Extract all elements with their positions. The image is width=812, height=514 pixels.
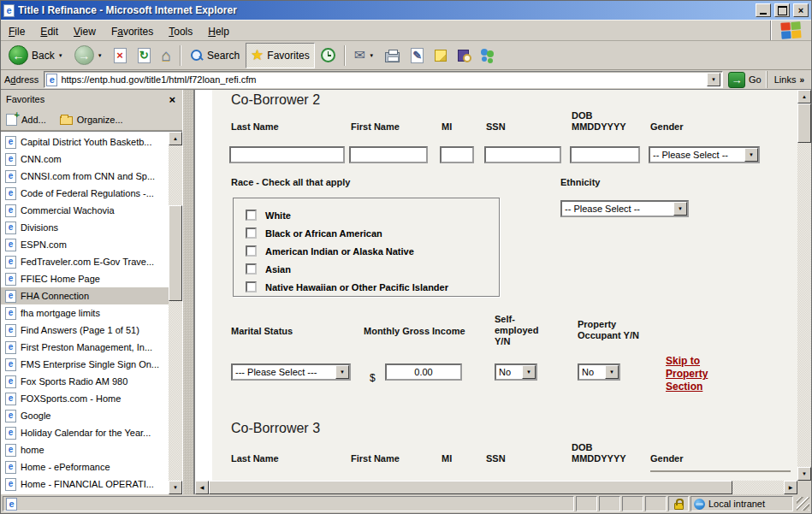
favorite-item[interactable]: e FedTraveler.com E-Gov Trave... <box>1 253 169 270</box>
add-favorite-button[interactable]: Add... <box>6 114 46 126</box>
favorite-item[interactable]: e FMS Enterprise Single Sign On... <box>1 356 169 373</box>
favorite-item[interactable]: e CNN.com <box>1 151 169 168</box>
forward-dropdown-icon[interactable]: ▼ <box>98 53 103 58</box>
forward-button[interactable]: → ▼ <box>69 43 108 68</box>
ethnicity-select-arrow-icon[interactable]: ▼ <box>673 202 687 216</box>
sidebar-splitter[interactable] <box>182 90 194 494</box>
go-button[interactable]: → Go <box>728 72 762 88</box>
favorites-scroll-thumb[interactable] <box>169 205 182 301</box>
research-button[interactable] <box>453 43 474 68</box>
ethnicity-select[interactable]: -- Please Select -- ▼ <box>560 200 689 217</box>
favorite-item[interactable]: e Divisions <box>1 219 169 236</box>
race-checkbox[interactable] <box>246 227 257 239</box>
self-employed-select-arrow-icon[interactable]: ▼ <box>522 365 536 379</box>
edit-button[interactable]: ✎ <box>406 43 429 68</box>
content-vscroll-thumb[interactable] <box>797 103 811 143</box>
dob-input[interactable] <box>570 146 640 163</box>
gender-select-arrow-icon[interactable]: ▼ <box>744 148 758 162</box>
back-dropdown-icon[interactable]: ▼ <box>58 53 63 58</box>
menu-item[interactable]: Favorites <box>104 21 161 40</box>
content-scroll-up-icon[interactable]: ▲ <box>797 90 811 103</box>
marital-select-arrow-icon[interactable]: ▼ <box>335 365 349 379</box>
favorite-item[interactable]: e ESPN.com <box>1 236 169 253</box>
messenger-button[interactable] <box>475 43 501 68</box>
property-occupant-select[interactable]: No ▼ <box>578 363 620 381</box>
favorite-label: Holiday Calendar for the Year... <box>21 428 151 438</box>
favorite-item[interactable]: e Capital District Youth Basketb... <box>1 133 169 151</box>
discuss-button[interactable] <box>430 43 452 68</box>
race-checkbox[interactable] <box>246 263 257 275</box>
favorite-item[interactable]: e Google <box>1 407 169 424</box>
favorite-item[interactable]: e Fox Sports Radio AM 980 <box>1 373 169 390</box>
menu-item[interactable]: View <box>66 21 104 40</box>
favorite-item[interactable]: e First Preston Management, In... <box>1 339 169 356</box>
favorite-item[interactable]: e Commercial Wachovia <box>1 202 169 219</box>
history-button[interactable] <box>316 43 341 68</box>
favorite-item[interactable]: e fha mortgage limits <box>1 304 169 322</box>
last-name-input[interactable] <box>229 146 345 163</box>
favorite-item[interactable]: e FFIEC Home Page <box>1 270 169 287</box>
favorites-scrollbar[interactable]: ▲ ▼ <box>169 132 182 494</box>
favorite-item[interactable]: e CNNSI.com from CNN and Sp... <box>1 168 169 185</box>
self-employed-select[interactable]: No ▼ <box>495 363 537 381</box>
stop-button[interactable]: × <box>109 43 132 68</box>
home-button[interactable]: ⌂ <box>157 43 176 68</box>
monthly-income-input[interactable] <box>385 363 462 381</box>
ssn-input[interactable] <box>484 146 561 163</box>
marital-status-select-value: --- Please Select --- <box>233 367 335 377</box>
property-occupant-select-arrow-icon[interactable]: ▼ <box>605 365 619 379</box>
security-zone-pane: Local intranet <box>690 496 793 511</box>
mi-input[interactable] <box>440 146 474 163</box>
favorite-item[interactable]: e FOXSports.com - Home <box>1 390 169 407</box>
print-button[interactable] <box>380 43 405 68</box>
address-input[interactable]: e https://entp.hud.gov/title1/html/f72lo… <box>44 71 723 88</box>
favorite-item[interactable]: e Home - ePeformance <box>1 458 169 476</box>
security-lock-pane[interactable] <box>668 496 689 511</box>
address-dropdown-icon[interactable]: ▼ <box>707 73 720 86</box>
content-scroll-right-icon[interactable]: ▶ <box>784 481 797 494</box>
favorite-item[interactable]: e Code of Federal Regulations -... <box>1 185 169 202</box>
refresh-button[interactable]: ↻ <box>133 43 156 68</box>
content-scroll-down-icon[interactable]: ▼ <box>797 467 811 481</box>
gender-select[interactable]: -- Please Select -- ▼ <box>649 146 760 163</box>
favorites-close-icon[interactable]: × <box>167 94 177 105</box>
go-label: Go <box>749 74 762 85</box>
race-checkbox[interactable] <box>246 281 257 292</box>
content-hscroll-thumb[interactable] <box>209 481 732 494</box>
favorite-page-icon: e <box>5 341 16 354</box>
menu-item[interactable]: Tools <box>161 21 200 40</box>
menu-item[interactable]: Help <box>200 21 237 40</box>
links-bar[interactable]: Links » <box>767 71 808 88</box>
marital-status-select[interactable]: --- Please Select --- ▼ <box>231 363 351 381</box>
menu-item[interactable]: Edit <box>33 21 66 40</box>
search-button[interactable]: Search <box>185 43 245 68</box>
resize-grip[interactable] <box>797 497 809 511</box>
favorites-scroll-up-icon[interactable]: ▲ <box>169 132 182 145</box>
content-vertical-scrollbar[interactable]: ▲ ▼ <box>797 90 811 481</box>
mail-dropdown-icon[interactable]: ▼ <box>369 53 374 58</box>
content-horizontal-scrollbar[interactable]: ◀ ▶ <box>195 481 797 494</box>
race-checkbox[interactable] <box>246 245 257 257</box>
favorite-label: First Preston Management, In... <box>21 342 152 352</box>
menu-item[interactable]: File <box>1 21 33 40</box>
favorite-item[interactable]: e Find Answers (Page 1 of 51) <box>1 322 169 339</box>
favorites-button[interactable]: ★ Favorites <box>246 43 315 68</box>
maximize-button[interactable] <box>774 3 790 17</box>
favorite-item[interactable]: e home <box>1 441 169 458</box>
mail-button[interactable]: ✉ ▼ <box>349 43 379 68</box>
first-name-input[interactable] <box>349 146 428 163</box>
race-checkbox[interactable] <box>246 210 257 221</box>
favorite-item[interactable]: e Holiday Calendar for the Year... <box>1 424 169 441</box>
favorite-item[interactable]: e Home - FINANCIAL OPERATI... <box>1 476 169 493</box>
favorite-page-icon: e <box>5 358 16 371</box>
skip-to-property-link[interactable]: Skip to Property Section <box>666 355 724 393</box>
close-button[interactable]: × <box>793 3 809 17</box>
favorites-scroll-down-icon[interactable]: ▼ <box>169 481 182 494</box>
favorites-star-icon: ★ <box>251 48 264 62</box>
main-area: Favorites × Add... Organize... <box>1 90 811 494</box>
minimize-button[interactable] <box>756 3 771 17</box>
content-scroll-left-icon[interactable]: ◀ <box>195 481 209 494</box>
favorite-item[interactable]: e FHA Connection <box>1 287 169 304</box>
back-button[interactable]: ← Back ▼ <box>3 43 68 68</box>
organize-favorites-button[interactable]: Organize... <box>60 114 123 125</box>
